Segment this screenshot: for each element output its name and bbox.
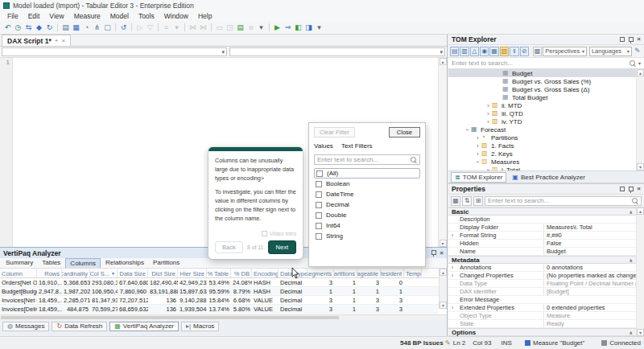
section-header-basic[interactable]: Basic∧ bbox=[448, 207, 636, 216]
new-tab-icon[interactable]: + bbox=[55, 37, 59, 44]
column-header[interactable]: Partitions bbox=[334, 269, 357, 277]
filter-search[interactable]: Enter text to search... bbox=[314, 154, 420, 165]
tree-item-1-facts[interactable]: ›▧1. Facts bbox=[448, 142, 636, 150]
scroll-up-icon[interactable]: ▴ bbox=[637, 207, 644, 215]
vertipaq-tab-columns[interactable]: Columns bbox=[65, 258, 101, 268]
close-button[interactable]: Close bbox=[389, 127, 420, 138]
filter-option-boolean[interactable]: Boolean bbox=[314, 179, 420, 189]
property-row[interactable]: Display FolderMeasures\i. Total bbox=[448, 224, 636, 232]
tree-item-measures[interactable]: ›▨Measures bbox=[448, 158, 636, 166]
flat-list-icon[interactable]: ▩ bbox=[533, 47, 542, 56]
scroll-up-icon[interactable]: ▴ bbox=[440, 58, 447, 65]
section-header-metadata[interactable]: Metadata∧ bbox=[448, 256, 636, 264]
column-header[interactable]: Encoding bbox=[252, 269, 279, 277]
save-layout-icon[interactable]: ▤ bbox=[235, 23, 246, 33]
menu-measure[interactable]: Measure bbox=[69, 12, 105, 20]
toggle-hierarchies-icon[interactable]: △ bbox=[470, 47, 479, 56]
expander-icon[interactable]: › bbox=[485, 103, 492, 109]
vertipaq-tab-summary[interactable]: Summary bbox=[2, 258, 37, 268]
tips-icon[interactable]: ☼ bbox=[246, 23, 256, 33]
property-row[interactable]: HiddenFalse bbox=[448, 240, 636, 248]
menu-edit[interactable]: Edit bbox=[23, 12, 45, 20]
checkbox-icon[interactable] bbox=[316, 191, 322, 198]
dock-tab-data-refresh[interactable]: ↻Data Refresh bbox=[52, 322, 107, 331]
expander-icon[interactable]: › bbox=[452, 232, 453, 238]
property-value[interactable]: 0 annotations bbox=[543, 264, 636, 271]
tree-item-ii-mtd[interactable]: ›▧ii. MTD bbox=[448, 101, 636, 109]
tree-item-forecast[interactable]: ›▦Forecast bbox=[448, 125, 636, 133]
linked-value[interactable]: 70,599,272 bbox=[92, 306, 118, 313]
checkbox-icon[interactable] bbox=[316, 181, 322, 187]
scroll-up-icon[interactable]: ▴ bbox=[440, 269, 447, 276]
vertipaq-tab-partitions[interactable]: Partitions bbox=[149, 258, 184, 268]
run-dropdown-icon[interactable]: ▾ bbox=[314, 23, 324, 33]
checkbox-icon[interactable] bbox=[316, 212, 322, 219]
bp-issues-count[interactable]: 548 BP Issues bbox=[400, 339, 444, 347]
categorized-view-icon[interactable]: ▦ bbox=[451, 196, 460, 206]
scroll-down-icon[interactable]: ▾ bbox=[440, 240, 447, 247]
filter-option-int64[interactable]: Int64 bbox=[314, 220, 420, 231]
member-dropdown[interactable]: ▾ bbox=[229, 47, 445, 56]
export-icon[interactable]: ◨ bbox=[303, 23, 314, 33]
dock-tab-macros[interactable]: ▸|Macros bbox=[181, 322, 219, 331]
property-row[interactable]: Description bbox=[448, 216, 636, 224]
table-row[interactable]: Budget[Budget...2,947,8...1,987,202106,9… bbox=[0, 287, 439, 296]
column-header[interactable]: Cardinality bbox=[62, 269, 90, 277]
menu-window[interactable]: Window bbox=[159, 12, 193, 20]
checkbox-icon[interactable] bbox=[316, 223, 322, 229]
expander-icon[interactable]: › bbox=[452, 305, 453, 310]
expander-icon[interactable]: › bbox=[485, 166, 491, 171]
column-header[interactable]: Hier Size bbox=[178, 269, 207, 277]
new-query-icon[interactable]: ▦ bbox=[71, 23, 81, 33]
checkbox-icon[interactable] bbox=[316, 233, 322, 240]
dock-tab-messages[interactable]: ◍Messages bbox=[2, 322, 49, 331]
tree-item-budget[interactable]: ▦Budget bbox=[448, 69, 636, 77]
linked-value[interactable]: 1,987,202 bbox=[64, 288, 90, 295]
menu-tools[interactable]: Tools bbox=[134, 12, 159, 20]
toggle-disconnected-icon[interactable]: ⊘ bbox=[520, 47, 529, 56]
menu-file[interactable]: File bbox=[2, 12, 23, 20]
linked-value[interactable]: 81,347,936 bbox=[92, 297, 118, 304]
column-header[interactable]: % Table bbox=[207, 269, 231, 277]
filter-option-all[interactable]: (All) bbox=[314, 168, 420, 179]
close-icon[interactable]: × bbox=[637, 186, 641, 192]
notifications-icon[interactable]: ◔ bbox=[81, 23, 92, 33]
scrollbar-thumb[interactable] bbox=[1, 316, 339, 319]
collapse-icon[interactable]: ∧ bbox=[629, 330, 633, 335]
column-header[interactable]: Resident bbox=[381, 269, 404, 277]
toggle-folders-icon[interactable]: ▧ bbox=[500, 47, 509, 56]
toggle-columns-icon[interactable]: ▥ bbox=[460, 47, 469, 56]
collapse-icon[interactable]: ∧ bbox=[629, 257, 633, 263]
vertipaq-tab-tables[interactable]: Tables bbox=[38, 258, 64, 268]
filter-option-string[interactable]: String bbox=[314, 231, 420, 241]
panel-tab-tom-explorer[interactable]: ≣TOM Explorer bbox=[451, 172, 506, 183]
expand-all-icon[interactable]: ⊞ bbox=[473, 196, 483, 206]
menu-help[interactable]: Help bbox=[193, 12, 217, 20]
grid-hscrollbar[interactable] bbox=[0, 314, 447, 320]
property-row[interactable]: DAX identifier[Budget] bbox=[448, 288, 636, 296]
property-row[interactable]: Error Message bbox=[448, 296, 636, 304]
property-value[interactable]: (No properties marked as changed) bbox=[543, 272, 636, 279]
sync-icon[interactable]: ⇆ bbox=[23, 23, 34, 33]
property-value[interactable]: Ready bbox=[543, 320, 636, 327]
collapse-icon[interactable]: ∧ bbox=[629, 209, 633, 215]
section-header-options[interactable]: Options∧ bbox=[448, 328, 636, 336]
chevron-down-icon[interactable]: ▾ bbox=[638, 60, 641, 66]
dock-tab-vertipaq-analyzer[interactable]: ▦VertiPaq Analyzer bbox=[109, 322, 179, 331]
property-row[interactable]: Data TypeFloating Point / Decimal Number… bbox=[448, 280, 636, 288]
expander-icon[interactable]: › bbox=[474, 135, 481, 141]
toggle-kpis-icon[interactable]: ◉ bbox=[480, 47, 489, 56]
toggle-hidden-icon[interactable]: ‖ bbox=[510, 47, 518, 56]
panel-tab-best-practice-analyzer[interactable]: ▣Best Practice Analyzer bbox=[508, 172, 589, 183]
clear-filter-button[interactable]: Clear Filter bbox=[314, 127, 355, 138]
properties-search[interactable]: Enter text to search... bbox=[485, 196, 642, 206]
restore-icon[interactable] bbox=[620, 187, 625, 191]
checkbox-icon[interactable] bbox=[316, 170, 323, 177]
column-header[interactable]: Dict Size bbox=[148, 269, 178, 277]
tab-dax-script[interactable]: DAX Script 1* + × bbox=[2, 35, 71, 46]
column-header[interactable]: Rows bbox=[37, 269, 62, 277]
property-row[interactable]: Changed Properties›(No properties marked… bbox=[448, 272, 636, 280]
property-row[interactable]: Extended Properties›0 extended propertie… bbox=[448, 304, 636, 312]
format-painter-icon[interactable]: ✎ bbox=[633, 46, 642, 56]
undo-icon[interactable]: ↶ bbox=[2, 23, 13, 33]
